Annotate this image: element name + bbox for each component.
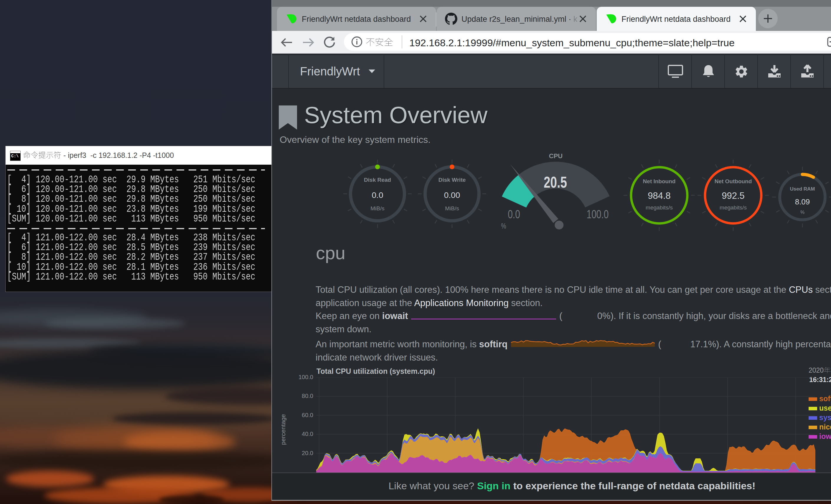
svg-text:0.0: 0.0 (372, 190, 383, 200)
svg-text:Net Outbound: Net Outbound (715, 178, 752, 184)
svg-text:Used RAM: Used RAM (790, 186, 815, 192)
svg-text:984.8: 984.8 (648, 190, 671, 201)
svg-text:Disk Read: Disk Read (364, 177, 391, 183)
svg-text:Disk Write: Disk Write (438, 177, 466, 183)
svg-text:992.5: 992.5 (722, 190, 745, 201)
svg-text:MiB/s: MiB/s (370, 205, 384, 211)
svg-text:Net Inbound: Net Inbound (643, 178, 676, 184)
svg-text:0.0: 0.0 (508, 207, 520, 220)
svg-text:CPU: CPU (549, 152, 563, 160)
svg-text:8.09: 8.09 (795, 197, 810, 206)
svg-text:0.00: 0.00 (444, 190, 460, 200)
svg-text:%: % (800, 210, 804, 215)
svg-text:%: % (501, 221, 506, 230)
svg-text:megabits/s: megabits/s (720, 204, 747, 211)
svg-text:100.0: 100.0 (586, 207, 608, 220)
svg-text:megabits/s: megabits/s (646, 204, 673, 211)
svg-text:MiB/s: MiB/s (445, 205, 459, 211)
svg-text:20.5: 20.5 (544, 174, 567, 191)
